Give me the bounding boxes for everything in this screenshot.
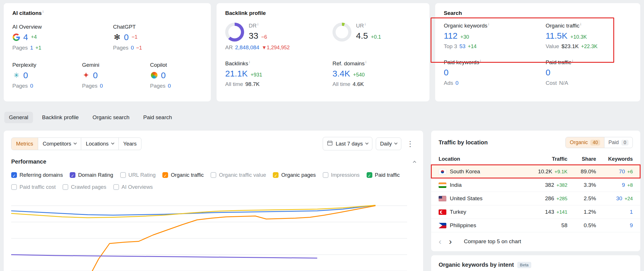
traffic-by-location-card: Traffic by location Organic 40 Paid 0 Lo… xyxy=(431,131,640,251)
pages-value[interactable]: 0 xyxy=(100,83,103,89)
section-tabs: General Backlink profile Organic search … xyxy=(4,112,640,123)
metric-checkbox-ai-overviews[interactable]: AI Overviews xyxy=(113,184,153,190)
tab-backlink-profile[interactable]: Backlink profile xyxy=(38,112,83,123)
granularity-button[interactable]: Daily xyxy=(376,138,401,150)
keywords-value[interactable]: 9 xyxy=(622,182,625,188)
info-icon: i xyxy=(257,22,258,26)
collapse-section-icon[interactable] xyxy=(413,161,416,164)
ai-citations-title: AI citations xyxy=(12,10,42,16)
ai-overview-value[interactable]: 4 xyxy=(23,32,28,42)
chatgpt-value[interactable]: 0 xyxy=(124,32,129,42)
right-column: Traffic by location Organic 40 Paid 0 Lo… xyxy=(431,131,640,271)
paid-traffic-label: Paid traffic xyxy=(546,59,571,65)
ai-item-name: Copilot xyxy=(150,62,171,68)
intent-card-title: Organic keywords by intent xyxy=(439,262,514,268)
table-row-turkey[interactable]: Turkey 143+141 1.2% 1 xyxy=(431,205,640,219)
pages-value[interactable]: 0 xyxy=(168,83,171,89)
organic-toggle-button[interactable]: Organic 40 xyxy=(566,137,604,148)
performance-chart[interactable] xyxy=(11,195,407,271)
pages-value[interactable]: 0 xyxy=(131,45,134,51)
search-card: Search Organic keywordsi 112 +30 Top 3 5… xyxy=(435,3,640,101)
copilot-icon xyxy=(150,71,158,79)
prev-page-button[interactable] xyxy=(439,237,441,246)
keywords-value[interactable]: 30 xyxy=(616,195,622,202)
ads-label: Ads xyxy=(444,80,453,86)
chevron-down-icon xyxy=(111,141,114,144)
pages-value[interactable]: 1 xyxy=(30,45,33,51)
info-icon: i xyxy=(249,60,250,64)
view-segmented-control: Metrics Competitors Locations Years xyxy=(11,138,141,150)
table-row-india[interactable]: India 382+382 3.3% 9+8 xyxy=(431,178,640,192)
paid-toggle-button[interactable]: Paid 0 xyxy=(604,137,633,148)
cost-label: Cost xyxy=(546,80,557,86)
pages-value[interactable]: 0 xyxy=(30,83,33,89)
tab-general[interactable]: General xyxy=(4,112,33,123)
metric-label: Referring domains xyxy=(20,172,63,178)
perplexity-value[interactable]: 0 xyxy=(23,70,28,80)
next-page-button[interactable] xyxy=(449,237,452,246)
competitors-button[interactable]: Competitors xyxy=(38,138,81,150)
ai-overview-delta: +4 xyxy=(31,34,37,40)
metrics-button[interactable]: Metrics xyxy=(11,138,38,150)
compare-top5-link[interactable]: Compare top 5 on chart xyxy=(464,238,521,245)
locations-label: Locations xyxy=(86,141,108,147)
more-options-button[interactable] xyxy=(405,140,416,148)
keywords-value[interactable]: 9 xyxy=(630,222,633,229)
table-row-south-korea[interactable]: South Korea 10.2K+9.1K 89.0% 70+6 xyxy=(431,165,640,178)
organic-count-badge: 40 xyxy=(590,140,600,146)
tab-paid-search[interactable]: Paid search xyxy=(139,112,176,123)
paid-traffic-value[interactable]: 0 xyxy=(546,68,550,77)
backlinks-block: Backlinksi 21.1K +931 All time 98.7K xyxy=(225,60,332,87)
traffic-value: 143 xyxy=(545,209,554,215)
traffic-table-footer: Compare top 5 on chart xyxy=(431,232,640,250)
metric-checkbox-impressions[interactable]: Impressions xyxy=(323,172,360,178)
date-range-button[interactable]: Last 7 days xyxy=(323,137,372,150)
share-value: 0.5% xyxy=(567,222,596,229)
pages-label: Pages xyxy=(12,45,28,51)
metric-checkbox-organic-traffic[interactable]: Organic traffic xyxy=(162,172,204,178)
organic-paid-toggle: Organic 40 Paid 0 xyxy=(565,137,633,148)
keywords-value[interactable]: 1 xyxy=(630,209,633,215)
table-row-united-states[interactable]: United States 286+285 2.5% 30+24 xyxy=(431,192,640,205)
paid-keywords-value[interactable]: 0 xyxy=(444,68,449,77)
metric-checkbox-crawled-pages[interactable]: Crawled pages xyxy=(63,184,106,190)
alltime-value: 98.7K xyxy=(245,81,260,87)
years-button[interactable]: Years xyxy=(119,138,141,150)
organic-traffic-value[interactable]: 11.5K xyxy=(546,31,567,40)
organic-keywords-value[interactable]: 112 xyxy=(444,31,458,40)
domain-rating-block: DRi 33 −6 AR 2,848,084 ▼1,294,952 xyxy=(225,23,332,51)
dr-label: DR xyxy=(249,23,256,29)
chart-gridlines xyxy=(11,206,407,271)
keywords-delta: +6 xyxy=(627,169,633,175)
locations-button[interactable]: Locations xyxy=(81,138,118,150)
location-name: India xyxy=(450,182,462,188)
metric-checkbox-organic-traffic-value[interactable]: Organic traffic value xyxy=(211,172,266,178)
column-keywords: Keywords xyxy=(596,156,633,162)
share-value: 89.0% xyxy=(567,168,596,175)
top3-delta: +14 xyxy=(468,44,477,50)
checkbox-icon xyxy=(11,184,17,190)
backlinks-value[interactable]: 21.1K xyxy=(225,69,248,78)
top3-value[interactable]: 53 xyxy=(459,43,465,50)
metric-checkbox-domain-rating[interactable]: Domain Rating xyxy=(70,172,113,178)
metric-checkbox-url-rating[interactable]: URL Rating xyxy=(120,172,156,178)
metric-checkbox-paid-traffic-cost[interactable]: Paid traffic cost xyxy=(11,184,56,190)
backlink-profile-card: Backlink profile DRi 33 −6 xyxy=(217,3,429,101)
beta-badge: Beta xyxy=(517,262,531,268)
alltime-label: All time xyxy=(225,81,243,87)
ai-item-gemini: Gemini 0 Pages 0 xyxy=(82,62,150,89)
table-row-philippines[interactable]: Philippines 58 0.5% 9 xyxy=(431,219,640,232)
refdomains-value[interactable]: 3.4K xyxy=(332,69,350,78)
metric-checkbox-organic-pages[interactable]: Organic pages xyxy=(273,172,316,178)
ar-value[interactable]: 2,848,084 xyxy=(235,44,259,51)
performance-toolbar: Metrics Competitors Locations Years Last… xyxy=(11,137,416,150)
metric-checkbox-paid-traffic[interactable]: Paid traffic xyxy=(367,172,400,178)
metric-checkbox-list: Referring domains Domain Rating URL Rati… xyxy=(11,172,416,190)
gemini-value[interactable]: 0 xyxy=(93,70,98,80)
keywords-value[interactable]: 70 xyxy=(619,168,625,175)
copilot-value[interactable]: 0 xyxy=(161,70,166,80)
google-icon xyxy=(12,33,20,41)
tab-organic-search[interactable]: Organic search xyxy=(88,112,134,123)
metric-checkbox-referring-domains[interactable]: Referring domains xyxy=(11,172,63,178)
ads-value[interactable]: 0 xyxy=(456,80,459,86)
